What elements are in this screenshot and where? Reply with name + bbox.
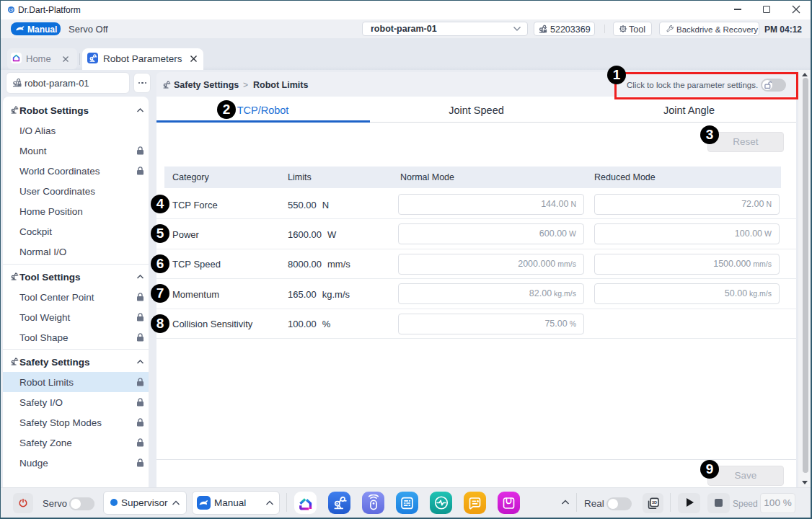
- svg-text:3D: 3D: [652, 500, 657, 505]
